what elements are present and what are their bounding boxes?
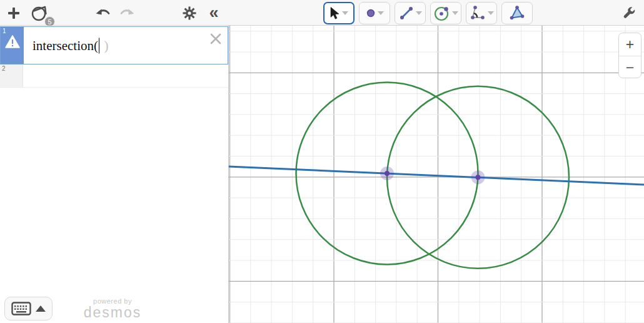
undo-icon	[96, 8, 111, 19]
open-keyboard-icon	[36, 305, 46, 312]
polygon-icon	[509, 6, 525, 21]
point-icon	[366, 8, 376, 18]
chevron-down-icon[interactable]	[378, 11, 384, 15]
close-icon[interactable]	[209, 32, 223, 46]
row-number: 1	[3, 28, 6, 34]
angle-icon	[470, 6, 486, 21]
tool-circle[interactable]	[430, 2, 461, 24]
chevron-down-icon[interactable]	[452, 11, 458, 15]
expression-row-1[interactable]: 1 intersection()	[0, 26, 228, 64]
keyboard-icon	[11, 302, 31, 315]
expression-text: intersection(	[33, 38, 98, 53]
geometry-point[interactable]	[476, 175, 481, 180]
expression-input[interactable]: intersection()	[24, 27, 228, 64]
top-toolbar: 5 «	[0, 0, 644, 26]
settings-button[interactable]	[181, 5, 198, 21]
branding: powered by desmos	[81, 297, 144, 320]
circle-tool-icon	[434, 5, 450, 21]
tool-segment[interactable]	[395, 2, 426, 24]
expression-row-2[interactable]: 2	[0, 64, 228, 88]
chevron-down-icon[interactable]	[416, 11, 422, 15]
chevron-down-icon[interactable]	[488, 11, 494, 15]
chevron-down-icon[interactable]	[342, 11, 348, 15]
geometry-line[interactable]	[229, 167, 644, 185]
segment-icon	[399, 6, 414, 21]
collapse-panel-button[interactable]: «	[205, 3, 223, 22]
graph-settings-button[interactable]	[620, 5, 638, 21]
tool-angle[interactable]	[466, 2, 497, 24]
warning-icon	[5, 35, 20, 48]
redo-button[interactable]	[118, 6, 136, 21]
expression-panel: 1 intersection() 2	[0, 26, 229, 323]
plus-icon	[7, 6, 21, 20]
tool-polygon[interactable]	[501, 2, 533, 24]
cursor-arrow-icon	[330, 7, 340, 20]
gear-icon	[182, 6, 197, 21]
redo-icon	[119, 8, 134, 19]
zoom-in-button[interactable]: +	[619, 33, 641, 56]
wrench-icon	[621, 6, 636, 21]
tool-select[interactable]	[323, 2, 355, 24]
zoom-out-button[interactable]: −	[619, 56, 641, 78]
keyboard-toggle-button[interactable]	[4, 297, 53, 320]
geometry-point[interactable]	[385, 171, 390, 176]
undo-button[interactable]	[94, 6, 113, 21]
expression-row-1-gutter: 1	[1, 27, 24, 64]
geometry-tool-row	[323, 2, 533, 24]
desmos-logo: desmos	[81, 305, 144, 320]
collapse-icon: «	[209, 4, 218, 21]
text-caret	[99, 38, 100, 53]
add-item-button[interactable]	[6, 6, 21, 21]
tool-point[interactable]	[359, 2, 390, 24]
graph-svg[interactable]	[229, 26, 644, 323]
graph-canvas[interactable]	[229, 26, 644, 323]
zoom-controls: + −	[618, 33, 641, 78]
construct-tools-button[interactable]: 5	[29, 3, 51, 24]
ghost-paren: )	[104, 38, 108, 53]
row-number: 2	[2, 65, 6, 72]
expression-row-2-gutter: 2	[0, 64, 23, 87]
